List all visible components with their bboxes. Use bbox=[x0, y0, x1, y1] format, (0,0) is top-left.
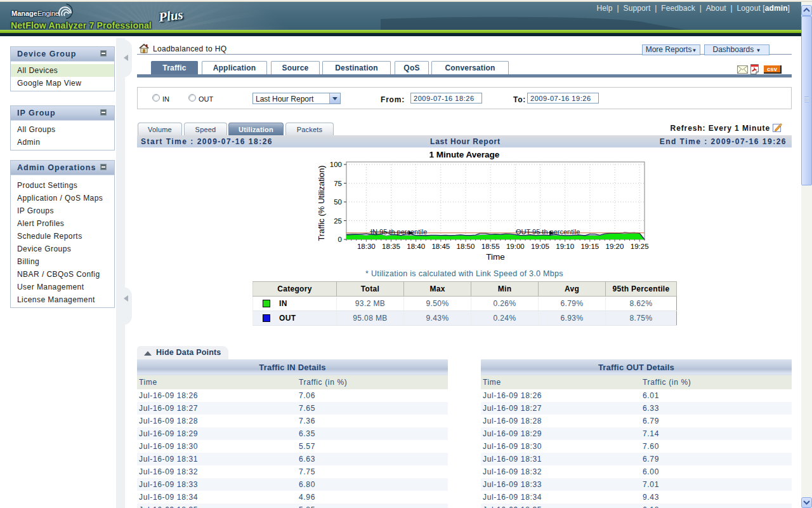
svg-text:25: 25 bbox=[334, 217, 342, 225]
svg-text:19:00: 19:00 bbox=[506, 243, 525, 250]
svg-text:OUT 95 th percentile: OUT 95 th percentile bbox=[516, 228, 580, 236]
svg-text:50: 50 bbox=[334, 198, 342, 206]
svg-text:Time: Time bbox=[486, 252, 505, 262]
svg-text:19:05: 19:05 bbox=[531, 243, 549, 250]
svg-text:0: 0 bbox=[338, 236, 342, 243]
svg-text:18:40: 18:40 bbox=[407, 243, 425, 250]
svg-text:19:15: 19:15 bbox=[580, 243, 599, 250]
svg-text:18:50: 18:50 bbox=[457, 243, 475, 250]
svg-text:18:35: 18:35 bbox=[382, 243, 400, 250]
svg-text:1 Minute Average: 1 Minute Average bbox=[429, 150, 500, 159]
svg-text:19:25: 19:25 bbox=[631, 243, 649, 250]
svg-text:19:20: 19:20 bbox=[606, 243, 624, 250]
svg-text:18:55: 18:55 bbox=[481, 243, 500, 250]
svg-text:Traffic (% Utilization): Traffic (% Utilization) bbox=[317, 165, 326, 241]
svg-text:18:45: 18:45 bbox=[431, 243, 450, 250]
svg-text:19:10: 19:10 bbox=[556, 243, 574, 250]
svg-text:75: 75 bbox=[334, 180, 342, 187]
svg-text:100: 100 bbox=[330, 161, 342, 168]
svg-text:18:30: 18:30 bbox=[357, 243, 376, 250]
svg-text:IN 95 th percentile: IN 95 th percentile bbox=[370, 228, 427, 236]
